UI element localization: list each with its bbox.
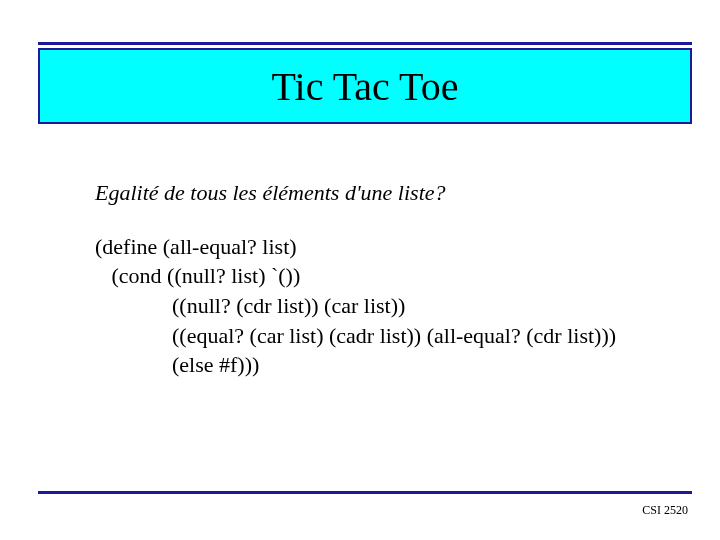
top-rule [38, 42, 692, 45]
slide: Tic Tac Toe Egalité de tous les éléments… [0, 0, 720, 540]
code-line: ((equal? (car list) (cadr list)) (all-eq… [95, 323, 616, 348]
subtitle: Egalité de tous les éléments d'une liste… [95, 178, 680, 208]
code-block: (define (all-equal? list) (cond ((null? … [95, 232, 680, 380]
bottom-rule [38, 491, 692, 494]
footer-course-code: CSI 2520 [642, 503, 688, 518]
code-line: (else #f))) [95, 352, 259, 377]
slide-title: Tic Tac Toe [272, 63, 459, 110]
title-box: Tic Tac Toe [38, 48, 692, 124]
code-line: ((null? (cdr list)) (car list)) [95, 293, 405, 318]
code-line: (define (all-equal? list) [95, 234, 297, 259]
code-line: (cond ((null? list) `()) [95, 263, 300, 288]
slide-body: Egalité de tous les éléments d'une liste… [95, 178, 680, 380]
